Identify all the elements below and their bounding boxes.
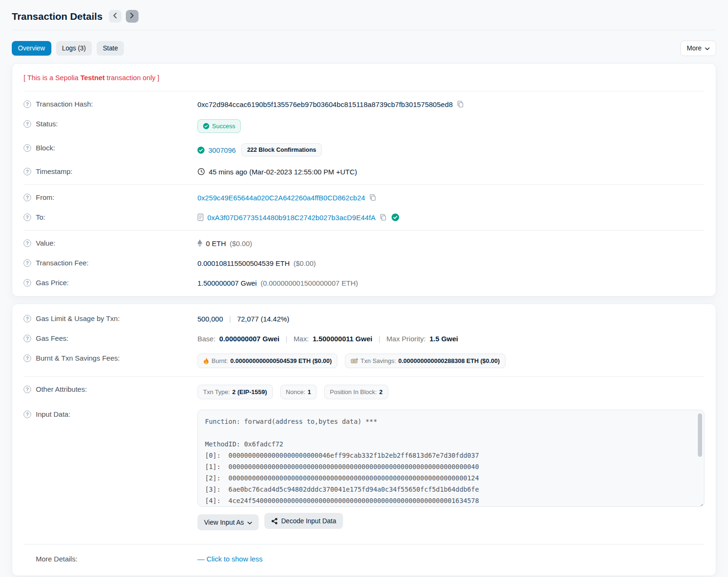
gas-limit-label: Gas Limit & Usage by Txn: bbox=[36, 314, 120, 322]
testnet-notice-prefix: [ This is a Sepolia bbox=[24, 74, 81, 82]
max-priority-fee-value: 1.5 Gwei bbox=[429, 335, 458, 343]
resize-grip-icon[interactable] bbox=[698, 500, 703, 505]
input-data-textarea[interactable]: Function: forward(address to,bytes data)… bbox=[197, 410, 704, 507]
input-data-line: [0]: 00000000000000000000000046eff99cab3… bbox=[205, 450, 688, 461]
tab-state[interactable]: State bbox=[97, 41, 124, 56]
gas-fees-label: Gas Fees: bbox=[36, 334, 68, 342]
divider bbox=[24, 230, 704, 231]
other-attributes-label: Other Attributes: bbox=[36, 385, 87, 393]
max-fee-value: 1.500000011 Gwei bbox=[312, 335, 372, 343]
block-confirmations-badge: 222 Block Confirmations bbox=[241, 143, 322, 157]
details-card: ? Gas Limit & Usage by Txn: 500,000 | 72… bbox=[12, 304, 716, 576]
transaction-hash-value: 0xc72d984ccac6190b5f135576eb97b03604bc81… bbox=[197, 100, 453, 108]
help-icon: ? bbox=[24, 259, 31, 267]
to-address-link[interactable]: 0xA3f07D6773514480b918C2742b027b3acD9E44… bbox=[207, 214, 376, 222]
base-fee-value: 0.000000007 Gwei bbox=[219, 335, 279, 343]
value-usd: ($0.00) bbox=[230, 239, 253, 247]
to-label: To: bbox=[36, 213, 45, 221]
more-button-label: More bbox=[687, 45, 702, 52]
tab-overview[interactable]: Overview bbox=[12, 41, 51, 56]
from-address-link[interactable]: 0x259c49E65644a020C2A642260a4ffB0CD862cb… bbox=[197, 194, 365, 202]
burnt-label: Burnt: bbox=[212, 357, 228, 364]
timestamp-row: ? Timestamp: 45 mins ago (Mar-02-2023 12… bbox=[24, 162, 704, 181]
divider bbox=[24, 91, 704, 91]
burnt-fee-badge: Burnt: 0.000000000000504539 ETH ($0.00) bbox=[197, 354, 337, 368]
ethereum-icon bbox=[197, 239, 202, 247]
input-data-buttons: View Input As Decode Input Data bbox=[197, 507, 704, 536]
help-icon: ? bbox=[24, 239, 31, 247]
divider bbox=[24, 376, 704, 377]
position-in-block-label: Position In Block: bbox=[330, 388, 377, 396]
decode-input-data-label: Decode Input Data bbox=[281, 517, 336, 525]
status-label: Status: bbox=[36, 120, 58, 128]
value-row: ? Value: 0 ETH ($0.00) bbox=[24, 233, 704, 253]
page-header: Transaction Details bbox=[12, 0, 716, 30]
previous-transaction-button[interactable] bbox=[109, 10, 122, 23]
txn-type-badge: Txn Type: 2 (EIP-1559) bbox=[197, 385, 273, 399]
help-icon: ? bbox=[24, 386, 31, 393]
gas-usage-value: 72,077 (14.42%) bbox=[237, 315, 289, 323]
help-icon: ? bbox=[24, 411, 31, 418]
gas-price-label: Gas Price: bbox=[36, 279, 69, 287]
view-input-as-button[interactable]: View Input As bbox=[197, 514, 259, 530]
copy-icon[interactable] bbox=[457, 100, 464, 108]
nonce-value: 1 bbox=[308, 388, 311, 396]
block-label: Block: bbox=[36, 144, 55, 152]
decode-input-data-button[interactable]: Decode Input Data bbox=[264, 513, 343, 529]
help-icon: ? bbox=[24, 214, 31, 221]
burnt-savings-label: Burnt & Txn Savings Fees: bbox=[36, 354, 120, 362]
scrollbar-thumb[interactable] bbox=[698, 413, 702, 457]
page-title: Transaction Details bbox=[12, 11, 103, 22]
gas-price-row: ? Gas Price: 1.500000007 Gwei (0.0000000… bbox=[24, 273, 704, 293]
txn-type-label: Txn Type: bbox=[203, 388, 230, 396]
check-circle-icon bbox=[197, 147, 204, 154]
gas-limit-row: ? Gas Limit & Usage by Txn: 500,000 | 72… bbox=[24, 307, 704, 329]
transaction-fee-usd: ($0.00) bbox=[294, 259, 316, 267]
gas-fees-row: ? Gas Fees: Base: 0.000000007 Gwei | Max… bbox=[24, 329, 704, 348]
block-number-link[interactable]: 3007096 bbox=[208, 146, 236, 154]
help-icon: ? bbox=[24, 144, 31, 152]
input-data-line: Function: forward(address to,bytes data)… bbox=[205, 416, 688, 427]
transaction-details-page: Transaction Details Overview Logs (3) St… bbox=[0, 0, 728, 576]
more-dropdown-button[interactable]: More bbox=[680, 41, 716, 56]
help-icon: ? bbox=[24, 194, 31, 201]
header-divider bbox=[12, 30, 716, 30]
tab-logs[interactable]: Logs (3) bbox=[56, 41, 92, 56]
divider bbox=[24, 544, 704, 544]
help-icon: ? bbox=[24, 120, 31, 128]
txn-type-value: 2 (EIP-1559) bbox=[232, 388, 267, 396]
copy-icon[interactable] bbox=[379, 214, 387, 221]
more-details-label: More Details: bbox=[36, 555, 77, 563]
check-circle-icon bbox=[203, 123, 209, 129]
testnet-notice: [ This is a Sepolia Testnet transaction … bbox=[24, 67, 704, 88]
show-less-link[interactable]: — Click to show less bbox=[197, 555, 262, 563]
burnt-savings-row: ? Burnt & Txn Savings Fees: Burnt: 0.000… bbox=[24, 348, 704, 373]
txn-savings-badge: Txn Savings: 0.000000000000288308 ETH ($… bbox=[345, 354, 506, 368]
input-data-label: Input Data: bbox=[36, 410, 70, 418]
gas-limit-value: 500,000 bbox=[197, 315, 223, 323]
tabs: Overview Logs (3) State bbox=[12, 41, 124, 56]
testnet-notice-bold: Testnet bbox=[81, 74, 105, 82]
value-label: Value: bbox=[36, 239, 55, 247]
flame-icon bbox=[203, 357, 209, 364]
other-attributes-row: ? Other Attributes: Txn Type: 2 (EIP-155… bbox=[24, 379, 704, 404]
chevron-left-icon bbox=[113, 13, 117, 20]
status-badge-label: Success bbox=[212, 123, 235, 130]
separator: | bbox=[376, 335, 383, 343]
decode-icon bbox=[271, 518, 278, 525]
from-row: ? From: 0x259c49E65644a020C2A642260a4ffB… bbox=[24, 188, 704, 207]
separator: | bbox=[283, 335, 290, 343]
base-fee-label: Base: bbox=[197, 335, 215, 343]
help-icon: ? bbox=[24, 279, 31, 287]
position-in-block-badge: Position In Block: 2 bbox=[324, 385, 388, 399]
position-in-block-value: 2 bbox=[379, 388, 383, 396]
input-data-row: ? Input Data: Function: forward(address … bbox=[24, 404, 704, 541]
gas-price-eth: (0.000000001500000007 ETH) bbox=[261, 279, 358, 287]
next-transaction-button[interactable] bbox=[126, 10, 139, 23]
verified-check-circle-icon bbox=[392, 214, 399, 221]
copy-icon[interactable] bbox=[369, 194, 376, 201]
status-row: ? Status: Success bbox=[24, 114, 704, 138]
input-data-line bbox=[205, 427, 688, 438]
divider bbox=[24, 184, 704, 185]
input-data-line: [1]: 00000000000000000000000000000000000… bbox=[205, 461, 688, 472]
